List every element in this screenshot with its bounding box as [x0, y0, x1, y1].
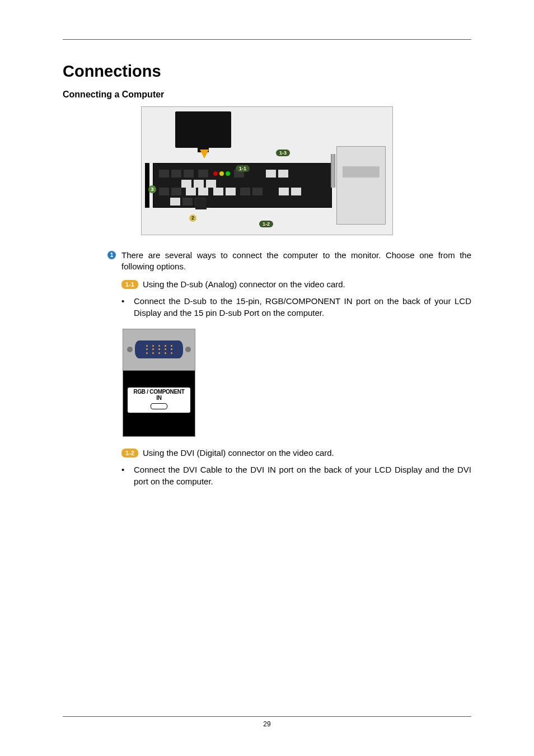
- sub-1-2-text: Using the DVI (Digital) connector on the…: [143, 448, 334, 458]
- diagram-badge-1-2: 1-2: [259, 221, 273, 227]
- step-1-bullet-icon: 1: [107, 251, 116, 259]
- sub-1-1-text: Using the D-sub (Analog) connector on th…: [143, 279, 345, 289]
- diagram-badge-1-3: 1-3: [276, 150, 290, 156]
- page-number: 29: [63, 720, 471, 728]
- sub-1-1-pill: 1-1: [121, 280, 138, 289]
- diagram-device-side: [145, 163, 149, 208]
- vga-screw-icon: [185, 347, 191, 352]
- diagram-monitor: [175, 111, 231, 148]
- top-rule: [63, 39, 471, 40]
- diagram-power-port: [195, 198, 207, 209]
- dsub-port-icon: [151, 403, 167, 409]
- sub-1-1-detail: Connect the D-sub to the 15-pin, RGB/COM…: [134, 295, 471, 319]
- rgb-port-label-area: RGB / COMPONENT IN: [123, 371, 195, 437]
- connection-diagram: 1-3 1-1 1-2 2 3: [141, 106, 393, 235]
- bullet-dot-icon: •: [121, 464, 134, 487]
- diagram-badge-2: 2: [189, 214, 196, 222]
- diagram-badge-1-1: 1-1: [236, 165, 250, 172]
- diagram-computer-tower: [336, 146, 386, 225]
- rgb-port-figure: RGB / COMPONENT IN: [123, 329, 195, 437]
- page-title: Connections: [63, 62, 471, 81]
- diagram-cable-icon: [331, 154, 335, 188]
- vga-screw-icon: [127, 347, 133, 352]
- step-1-text: There are several ways to connect the co…: [121, 250, 471, 273]
- diagram-badge-3: 3: [148, 185, 156, 193]
- diagram-arrow-down-icon: [200, 150, 209, 158]
- section-heading: Connecting a Computer: [63, 90, 471, 100]
- sub-1-2-detail: Connect the DVI Cable to the DVI IN port…: [134, 464, 471, 487]
- bullet-dot-icon: •: [121, 295, 134, 319]
- vga-plug-icon: [135, 340, 183, 358]
- rgb-port-label-1: RGB / COMPONENT: [128, 389, 190, 395]
- page-footer: 29: [63, 716, 471, 728]
- vga-connector-illustration: [123, 329, 195, 371]
- rgb-port-label-2: IN: [128, 395, 190, 401]
- sub-1-2-pill: 1-2: [121, 449, 138, 458]
